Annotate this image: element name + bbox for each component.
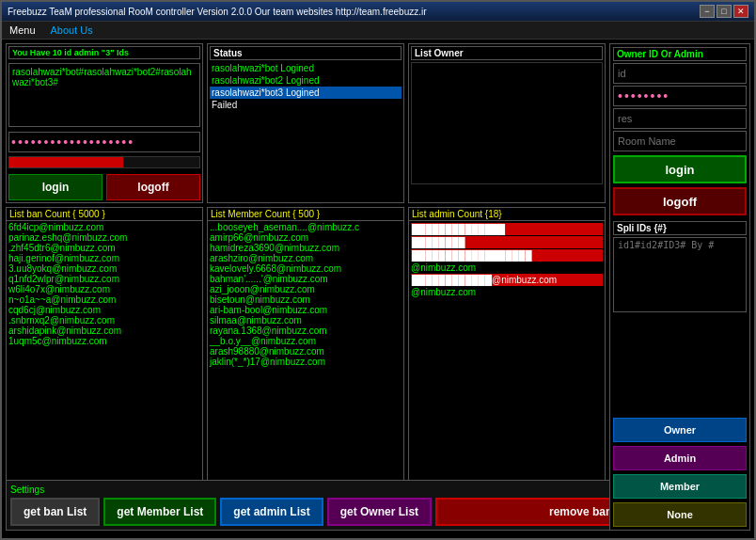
get-admin-list-button[interactable]: get admin List — [220, 498, 323, 526]
none-role-button[interactable]: None — [613, 502, 747, 527]
list-item[interactable]: __b.o.y__@nimbuzz.com — [210, 336, 402, 346]
progress-fill — [9, 157, 123, 167]
owner-spacer — [613, 314, 747, 414]
list-item[interactable]: ...booseyeh_aseman....@nimbuzz.c — [210, 222, 402, 232]
list-item[interactable]: arashziro@nimbuzz.com — [210, 253, 402, 263]
title-bar: Freebuzz TeaM professional RooM controll… — [2, 2, 754, 22]
list-item[interactable]: @nimbuzz.com — [411, 262, 603, 273]
menu-bar: Menu About Us — [2, 22, 754, 40]
list-item[interactable]: .snbrnxq2@nimbuzz.com — [8, 315, 200, 326]
list-item[interactable]: rayana.1368@nimbuzz.com — [210, 326, 402, 336]
list-item[interactable]: ████████████@nimbuzz.com — [411, 274, 603, 286]
status-item-4[interactable]: Failed — [210, 99, 402, 111]
ban-list-title: List ban Count { 5000 } — [7, 208, 202, 221]
list-owner-title: List Owner — [411, 46, 603, 60]
list-item[interactable]: cqd6cj@nimbuzz.com — [8, 305, 200, 315]
admin-list-title: List admin Count {18} — [409, 208, 605, 221]
list-item[interactable]: bahman'......'@nimbuzz.com — [210, 274, 402, 284]
admin-panel-title: You Have 10 id admin "3" Ids — [8, 46, 200, 59]
menu-item-menu[interactable]: Menu — [6, 24, 39, 37]
room-name-input[interactable] — [613, 131, 747, 151]
list-item[interactable]: hamidreza3690@nimbuzz.com — [210, 243, 402, 253]
list-item[interactable]: ari-bam-bool@nimbuzz.com — [210, 305, 402, 315]
admin-role-button[interactable]: Admin — [613, 446, 747, 470]
list-item[interactable]: 1uqm5c@nimbuzz.com — [8, 336, 200, 346]
password-input[interactable] — [8, 132, 200, 152]
owner-res-input[interactable] — [613, 108, 747, 129]
get-ban-list-button[interactable]: get ban List — [10, 498, 100, 526]
minimize-button[interactable]: − — [700, 5, 715, 18]
owner-password-input[interactable] — [613, 86, 747, 106]
list-item[interactable]: arshidapink@nimbuzz.com — [8, 326, 200, 336]
menu-item-about[interactable]: About Us — [47, 24, 97, 37]
list-item[interactable]: .zhf45dtr6@nimbuzz.com — [8, 243, 200, 253]
list-item[interactable]: azi_jooon@nimbuzz.com — [210, 284, 402, 294]
list-item[interactable]: ████████ — [411, 236, 603, 248]
app-title: Freebuzz TeaM professional RooM controll… — [8, 7, 427, 17]
list-item[interactable]: silmaa@nimbuzz.com — [210, 315, 402, 326]
split-ids-title: Spli IDs {#} — [613, 221, 747, 235]
owner-id-input[interactable] — [613, 63, 747, 84]
get-member-list-button[interactable]: get Member List — [103, 498, 216, 526]
owner-login-button[interactable]: login — [613, 155, 747, 183]
login-button[interactable]: login — [8, 174, 102, 200]
list-item[interactable]: amirp66@nimbuzz.com — [210, 232, 402, 243]
list-item[interactable]: parinaz.eshq@nimbuzz.com — [8, 232, 200, 243]
status-item-2[interactable]: rasolahwazi*bot2 Logined — [210, 74, 402, 87]
list-owner-content — [411, 62, 603, 184]
owner-role-button[interactable]: Owner — [613, 418, 747, 442]
list-item[interactable]: kavelovely.6668@nimbuzz.com — [210, 263, 402, 274]
status-panel: Status rasolahwazi*bot Logined rasolahwa… — [207, 43, 404, 203]
owner-admin-panel: Owner ID Or Admin login logoff Spli IDs … — [609, 43, 750, 531]
list-item[interactable]: arash98880@nimbuzz.com — [210, 346, 402, 357]
list-owner-panel: List Owner — [408, 43, 606, 203]
list-item[interactable]: 6fd4icp@nimbuzz.com — [8, 222, 200, 232]
get-owner-list-button[interactable]: get Owner List — [327, 498, 432, 526]
member-role-button[interactable]: Member — [613, 474, 747, 499]
owner-logoff-button[interactable]: logoff — [613, 187, 747, 215]
list-item[interactable]: @nimbuzz.com — [411, 287, 603, 297]
owner-admin-title: Owner ID Or Admin — [613, 47, 747, 61]
close-button[interactable]: ✕ — [733, 5, 748, 18]
window-controls: − □ ✕ — [700, 5, 748, 18]
maximize-button[interactable]: □ — [717, 5, 732, 18]
list-item[interactable]: ██████████████████ — [411, 249, 603, 262]
admin-ids-display: rasolahwazi*bot#rasolahwazi*bot2#rasolah… — [8, 63, 200, 127]
list-item[interactable]: n~o1a~~a@nimbuzz.com — [8, 294, 200, 305]
admin-panel: You Have 10 id admin "3" Ids rasolahwazi… — [6, 43, 203, 203]
logoff-button[interactable]: logoff — [106, 174, 200, 200]
split-ids-input[interactable] — [613, 237, 747, 312]
status-item-3[interactable]: rasolahwazi*bot3 Logined — [210, 87, 402, 99]
status-list: rasolahwazi*bot Logined rasolahwazi*bot2… — [210, 62, 402, 184]
list-item[interactable]: haji.gerinof@nimbuzz.com — [8, 253, 200, 263]
list-item[interactable]: 3.uu8yokq@nimbuzz.com — [8, 263, 200, 274]
list-item[interactable]: jaklin(*_*)17@nimbuzz.com — [210, 357, 402, 367]
list-item[interactable]: bisetoun@nimbuzz.com — [210, 294, 402, 305]
progress-bar — [8, 156, 200, 168]
list-item[interactable]: ██████████████ — [411, 223, 603, 235]
list-item[interactable]: q1nfd2wlpr@nimbuzz.com — [8, 274, 200, 284]
status-item-1[interactable]: rasolahwazi*bot Logined — [210, 62, 402, 74]
member-list-title: List Member Count { 500 } — [208, 208, 403, 221]
list-item[interactable]: w6li4o7x@nimbuzz.com — [8, 284, 200, 294]
status-panel-title: Status — [210, 46, 402, 60]
